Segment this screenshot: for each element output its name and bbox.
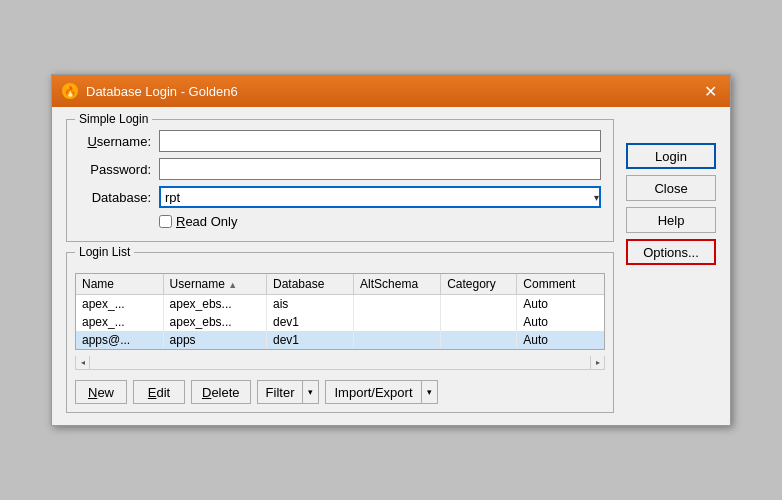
username-row: Username: — [79, 130, 601, 152]
readonly-label[interactable]: Read Only — [176, 214, 237, 229]
filter-main-button[interactable]: Filter — [258, 381, 304, 403]
right-panel: Login Close Help Options... — [626, 119, 716, 413]
login-button[interactable]: Login — [626, 143, 716, 169]
filter-dropdown-button[interactable]: ▾ — [303, 381, 318, 403]
table-scroll-area[interactable]: Name Username ▲ Database AltSchema Categ… — [76, 274, 604, 349]
database-select-wrapper: rpt ▾ — [159, 186, 601, 208]
cell-name: apex_... — [76, 295, 163, 314]
import-export-main-button[interactable]: Import/Export — [326, 381, 421, 403]
cell-username: apps — [163, 331, 266, 349]
cell-altschema — [354, 313, 441, 331]
cell-comment: Auto — [517, 295, 604, 314]
col-altschema: AltSchema — [354, 274, 441, 295]
col-comment: Comment — [517, 274, 604, 295]
col-database: Database — [267, 274, 354, 295]
new-button[interactable]: New — [75, 380, 127, 404]
cell-altschema — [354, 331, 441, 349]
password-label: Password: — [79, 162, 151, 177]
edit-button[interactable]: Edit — [133, 380, 185, 404]
table-header-row: Name Username ▲ Database AltSchema Categ… — [76, 274, 604, 295]
bottom-toolbar: New Edit Delete Filter ▾ Import/Export ▾ — [67, 374, 613, 412]
username-label: Username: — [79, 134, 151, 149]
password-input[interactable] — [159, 158, 601, 180]
cell-database: ais — [267, 295, 354, 314]
cell-altschema — [354, 295, 441, 314]
login-list-section: Login List Name Username ▲ Database AltS… — [66, 252, 614, 413]
horizontal-scrollbar[interactable]: ◂ ▸ — [75, 356, 605, 370]
simple-login-label: Simple Login — [75, 112, 152, 126]
table-row[interactable]: apps@... apps dev1 Auto — [76, 331, 604, 349]
cell-database: dev1 — [267, 331, 354, 349]
cell-category — [441, 313, 517, 331]
simple-login-group: Simple Login Username: Password: Databas… — [66, 119, 614, 242]
import-export-dropdown-button[interactable]: ▾ — [422, 381, 437, 403]
database-label: Database: — [79, 190, 151, 205]
close-button[interactable]: Close — [626, 175, 716, 201]
scroll-track-h — [90, 356, 590, 369]
content-area: Simple Login Username: Password: Databas… — [52, 107, 730, 425]
cell-username: apex_ebs... — [163, 295, 266, 314]
sort-icon: ▲ — [228, 280, 237, 290]
table-row[interactable]: apex_... apex_ebs... dev1 Auto — [76, 313, 604, 331]
app-icon: 🔥 — [62, 83, 78, 99]
main-window: 🔥 Database Login - Golden6 ✕ Simple Logi… — [51, 74, 731, 426]
close-window-button[interactable]: ✕ — [700, 81, 720, 101]
scroll-right-icon[interactable]: ▸ — [590, 356, 604, 370]
scroll-left-icon[interactable]: ◂ — [76, 356, 90, 370]
cell-username: apex_ebs... — [163, 313, 266, 331]
col-name: Name — [76, 274, 163, 295]
table-row[interactable]: apex_... apex_ebs... ais Auto — [76, 295, 604, 314]
readonly-checkbox[interactable] — [159, 215, 172, 228]
window-title: Database Login - Golden6 — [86, 84, 238, 99]
col-username: Username ▲ — [163, 274, 266, 295]
titlebar: 🔥 Database Login - Golden6 ✕ — [52, 75, 730, 107]
left-panel: Simple Login Username: Password: Databas… — [66, 119, 614, 413]
login-list-table-wrapper: Name Username ▲ Database AltSchema Categ… — [75, 273, 605, 350]
login-list-table: Name Username ▲ Database AltSchema Categ… — [76, 274, 604, 349]
import-export-split-button: Import/Export ▾ — [325, 380, 437, 404]
filter-split-button: Filter ▾ — [257, 380, 320, 404]
login-list-label: Login List — [75, 245, 134, 259]
cell-comment: Auto — [517, 331, 604, 349]
readonly-row: Read Only — [159, 214, 601, 229]
cell-category — [441, 295, 517, 314]
col-category: Category — [441, 274, 517, 295]
password-row: Password: — [79, 158, 601, 180]
cell-category — [441, 331, 517, 349]
help-button[interactable]: Help — [626, 207, 716, 233]
cell-database: dev1 — [267, 313, 354, 331]
cell-name: apps@... — [76, 331, 163, 349]
options-button[interactable]: Options... — [626, 239, 716, 265]
delete-button[interactable]: Delete — [191, 380, 251, 404]
database-select[interactable]: rpt — [159, 186, 601, 208]
cell-name: apex_... — [76, 313, 163, 331]
titlebar-left: 🔥 Database Login - Golden6 — [62, 83, 238, 99]
database-row: Database: rpt ▾ — [79, 186, 601, 208]
cell-comment: Auto — [517, 313, 604, 331]
username-input[interactable] — [159, 130, 601, 152]
